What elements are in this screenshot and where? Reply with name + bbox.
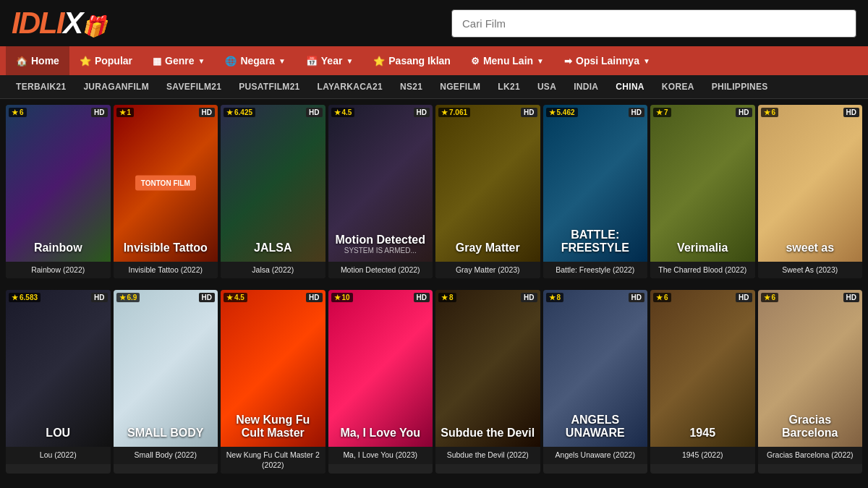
nav-year[interactable]: 📅 Year ▼ xyxy=(296,46,364,75)
movie-card[interactable]: New Kung Fu Cult Master ★ 4.5 HD New Kun… xyxy=(221,290,326,474)
rating-value: 6.583 xyxy=(20,294,38,301)
star-icon: ★ xyxy=(12,108,18,116)
home-icon: 🏠 xyxy=(16,56,27,67)
movie-card[interactable]: JALSA ★ 6.425 HD Jalsa (2022) xyxy=(221,105,326,278)
hd-badge: HD xyxy=(521,108,537,117)
sub-nav-ngefilm[interactable]: NGEFILM xyxy=(431,75,489,98)
movie-card[interactable]: Ma, I Love You ★ 10 HD Ma, I Love You (2… xyxy=(328,290,433,474)
logo[interactable]: IDLIX🎁 xyxy=(12,6,106,40)
rating-value: 5.462 xyxy=(557,108,575,116)
star2-icon: ⭐ xyxy=(373,56,385,67)
sub-nav-juraganfilm[interactable]: JURAGANFILM xyxy=(75,75,158,98)
movie-title: Small Body (2022) xyxy=(114,447,218,464)
poster-title: Gray Matter xyxy=(453,241,523,254)
rating-value: 4.5 xyxy=(234,294,244,301)
movie-title: Jalsa (2022) xyxy=(221,262,326,279)
movie-card[interactable]: SMALL BODY ★ 6.9 HD Small Body (2022) xyxy=(114,290,218,474)
star-icon: ★ xyxy=(656,108,663,116)
hd-badge: HD xyxy=(736,293,752,302)
sub-nav-india[interactable]: INDIA xyxy=(565,75,607,98)
sub-nav-usa[interactable]: USA xyxy=(529,75,565,98)
sub-nav-pusatfilm21[interactable]: PUSATFILM21 xyxy=(230,75,308,98)
movie-card[interactable]: ANGELS UNAWARE ★ 8 HD Angels Unaware (20… xyxy=(543,290,648,474)
search-input[interactable] xyxy=(451,9,856,38)
movie-card[interactable]: Gray Matter ★ 7.061 HD Gray Matter (2023… xyxy=(435,105,540,278)
movie-title: The Charred Blood (2022) xyxy=(650,262,755,279)
movie-card[interactable]: Gracias Barcelona ★ 6 HD Gracias Barcelo… xyxy=(758,290,863,474)
star-icon: ★ xyxy=(764,108,770,116)
rating-value: 8 xyxy=(449,294,454,301)
chevron-down-icon: ▼ xyxy=(278,57,286,65)
sub-nav-lk21[interactable]: LK21 xyxy=(489,75,529,98)
movie-card[interactable]: BATTLE: FREESTYLE ★ 5.462 HD Battle: Fre… xyxy=(543,105,648,278)
star-icon: ★ xyxy=(12,294,18,301)
chevron-down-icon: ▼ xyxy=(643,57,650,65)
poster-text: BATTLE: FREESTYLE xyxy=(543,105,648,262)
movie-card[interactable]: sweet as ★ 6 HD Sweet As (2023) xyxy=(758,105,863,278)
poster-title: Gracias Barcelona xyxy=(758,414,863,440)
movie-card[interactable]: Motion Detected SYSTEM IS ARMED... ★ 4.5… xyxy=(328,105,433,278)
hd-badge: HD xyxy=(306,293,322,302)
rating-value: 6 xyxy=(664,294,668,301)
star-icon: ★ xyxy=(441,294,448,301)
search-bar[interactable] xyxy=(451,9,856,38)
nav-home[interactable]: 🏠 Home xyxy=(6,46,69,75)
movie-card[interactable]: LOU ★ 6.583 HD Lou (2022) xyxy=(6,290,111,474)
movie-title: Subdue the Devil (2022) xyxy=(435,447,540,464)
nav-negara[interactable]: 🌐 Negara ▼ xyxy=(215,46,295,75)
hd-badge: HD xyxy=(736,108,752,117)
rating-value: 6 xyxy=(20,108,24,116)
rating-value: 6 xyxy=(772,108,776,116)
chevron-down-icon: ▼ xyxy=(198,57,205,65)
movie-card[interactable]: Subdue the Devil ★ 8 HD Subdue the Devil… xyxy=(435,290,540,474)
poster-text: Subdue the Devil xyxy=(435,290,540,447)
movie-poster: Subdue the Devil ★ 8 HD xyxy=(435,290,540,447)
poster-title: sweet as xyxy=(783,241,837,254)
hd-badge: HD xyxy=(521,293,537,302)
movie-poster: Gray Matter ★ 7.061 HD xyxy=(435,105,540,262)
rating-badge: ★ 5.462 xyxy=(546,108,578,117)
poster-title: SMALL BODY xyxy=(124,427,206,440)
star-icon: ★ xyxy=(119,108,126,116)
rating-badge: ★ 1 xyxy=(116,108,135,117)
hd-badge: HD xyxy=(199,293,215,302)
star-icon: ★ xyxy=(226,294,233,301)
poster-title: Subdue the Devil xyxy=(438,427,537,440)
rating-value: 8 xyxy=(557,294,561,301)
grid-icon: ▦ xyxy=(153,56,161,67)
star-icon: ★ xyxy=(334,108,341,116)
nav-pasang-iklan[interactable]: ⭐ Pasang Iklan xyxy=(363,46,461,75)
nav-opsi-lainnya[interactable]: ➡ Opsi Lainnya ▼ xyxy=(554,46,660,75)
nav-menu-lain[interactable]: ⚙ Menu Lain ▼ xyxy=(461,46,554,75)
sub-nav-terbaik21[interactable]: TERBAIK21 xyxy=(7,75,75,98)
movie-card[interactable]: Rainbow ★ 6 HD Rainbow (2022) xyxy=(6,105,111,278)
movie-poster: JALSA ★ 6.425 HD xyxy=(221,105,326,262)
sub-nav-ns21[interactable]: NS21 xyxy=(391,75,431,98)
movie-card[interactable]: Invisible Tattoo ★ 1 HD TONTON FILM Invi… xyxy=(114,105,218,278)
sub-nav-korea[interactable]: KOREA xyxy=(653,75,703,98)
rating-value: 4.5 xyxy=(342,108,352,116)
sub-nav-philippines[interactable]: PHILIPPINES xyxy=(703,75,777,98)
movie-poster: Ma, I Love You ★ 10 HD xyxy=(328,290,433,447)
movie-card[interactable]: 1945 ★ 6 HD 1945 (2022) xyxy=(650,290,755,474)
movie-title: Gray Matter (2023) xyxy=(435,262,540,279)
hd-badge: HD xyxy=(843,108,859,117)
sub-nav-layarkaca21[interactable]: LAYARKACA21 xyxy=(309,75,391,98)
rating-value: 1 xyxy=(127,108,132,116)
poster-title: Motion Detected xyxy=(333,234,428,247)
nav-genre[interactable]: ▦ Genre ▼ xyxy=(142,46,215,75)
poster-text: JALSA xyxy=(221,105,326,262)
movie-card[interactable]: Verimalia ★ 7 HD The Charred Blood (2022… xyxy=(650,105,755,278)
movie-title: Rainbow (2022) xyxy=(6,262,111,279)
star-icon: ★ xyxy=(119,294,126,301)
poster-text: New Kung Fu Cult Master xyxy=(221,290,326,447)
rating-value: 6.9 xyxy=(127,294,137,301)
hd-badge: HD xyxy=(629,108,644,117)
tonton-badge: TONTON FILM xyxy=(135,176,196,191)
poster-text: 1945 xyxy=(650,290,755,447)
sub-nav-savefilm21[interactable]: SAVEFILM21 xyxy=(158,75,230,98)
rating-value: 7.061 xyxy=(449,108,467,116)
star-icon: ★ xyxy=(334,294,341,301)
sub-nav-china[interactable]: CHINA xyxy=(607,75,653,98)
nav-popular[interactable]: ⭐ Popular xyxy=(69,46,142,75)
